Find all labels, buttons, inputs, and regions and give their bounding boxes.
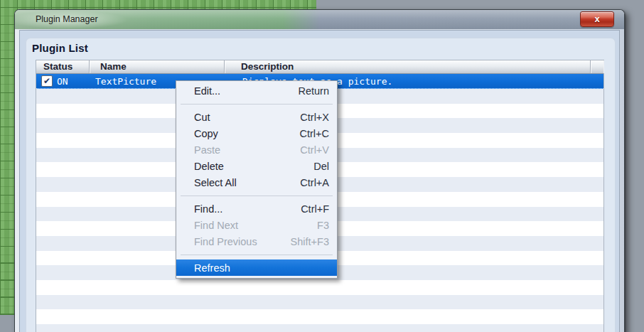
menu-item-label: Select All (194, 177, 237, 188)
window-title: Plugin Manager (36, 10, 98, 29)
close-icon: x (594, 13, 599, 26)
menu-item-shortcut: Del (313, 161, 329, 172)
empty-row[interactable] (36, 295, 603, 310)
menu-item-shortcut: Ctrl+C (300, 128, 330, 139)
status-label: ON (57, 76, 68, 87)
empty-row[interactable] (36, 309, 603, 324)
column-header-stub (591, 60, 603, 73)
menu-item-label: Edit... (194, 85, 220, 97)
menu-item-label: Copy (194, 128, 218, 139)
status-cell: ✔ ON (36, 75, 90, 87)
checkbox-checked-icon[interactable]: ✔ (41, 75, 53, 87)
menu-item-find-next: Find NextF3 (176, 217, 337, 233)
menu-item-shortcut: F3 (317, 220, 329, 231)
menu-item-shortcut: Ctrl+A (300, 177, 329, 188)
menu-item-shortcut: Return (298, 85, 329, 97)
menu-item-label: Find Next (194, 220, 238, 231)
context-menu: Edit...ReturnCutCtrl+XCopyCtrl+CPasteCtr… (176, 80, 338, 279)
menu-item-label: Paste (194, 144, 220, 156)
menu-item-shortcut: Ctrl+V (300, 144, 329, 156)
menu-item-refresh[interactable]: Refresh (176, 259, 337, 276)
empty-row[interactable] (36, 324, 603, 332)
menu-item-edit[interactable]: Edit...Return (176, 82, 337, 99)
menu-item-label: Cut (194, 112, 210, 123)
column-header-description[interactable]: Description (225, 60, 591, 73)
menu-item-cut[interactable]: CutCtrl+X (176, 109, 337, 125)
menu-item-paste: PasteCtrl+V (176, 141, 337, 158)
screen: { "window": { "title": "Plugin Manager",… (0, 0, 644, 332)
menu-item-shortcut: Ctrl+X (300, 112, 329, 123)
empty-row[interactable] (36, 280, 603, 295)
table-header: Status Name Description (36, 60, 603, 74)
menu-item-label: Find Previous (194, 236, 257, 247)
menu-item-label: Find... (194, 203, 222, 215)
menu-item-shortcut: Shift+F3 (291, 236, 329, 247)
menu-item-label: Delete (194, 161, 224, 172)
menu-separator (176, 250, 337, 259)
menu-item-shortcut: Ctrl+F (301, 203, 329, 215)
menu-item-copy[interactable]: CopyCtrl+C (176, 125, 337, 141)
menu-separator (176, 99, 337, 109)
menu-item-label: Refresh (194, 262, 230, 274)
menu-item-delete[interactable]: DeleteDel (176, 158, 337, 174)
menu-item-find-previous: Find PreviousShift+F3 (176, 233, 337, 250)
column-header-name[interactable]: Name (90, 60, 225, 73)
menu-item-select-all[interactable]: Select AllCtrl+A (176, 174, 337, 191)
column-header-status[interactable]: Status (36, 60, 90, 73)
panel-title: Plugin List (32, 42, 88, 54)
menu-separator (176, 191, 337, 200)
close-button[interactable]: x (580, 11, 614, 27)
menu-item-find[interactable]: Find...Ctrl+F (176, 200, 337, 217)
window-titlebar[interactable]: Plugin Manager x (15, 10, 624, 29)
